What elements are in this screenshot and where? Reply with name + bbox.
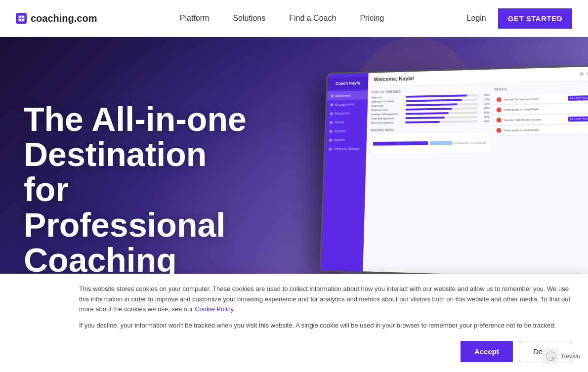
app-sidebar: Coach Kayla Dashboard Engagements Resour… — [321, 73, 368, 272]
task-label-3: Order goals in CoachRight — [504, 128, 588, 132]
logo-text: coaching.com — [31, 13, 97, 24]
bar-track-6 — [405, 121, 478, 124]
bar-row-5: Time Management 55% — [371, 116, 490, 120]
sidebar-dot-clients — [330, 121, 333, 124]
bar-fill-0 — [406, 94, 467, 97]
task-btn-2: FILL OUT THE FORM — [568, 116, 588, 122]
hours-bar-scheduled — [373, 141, 428, 146]
sidebar-dot-engagements — [331, 103, 334, 106]
cookie-main-text: This website stores cookies on your comp… — [79, 284, 572, 315]
nav-links: Platform Solutions Find a Coach Pricing — [180, 14, 384, 23]
task-item-3: Order goals in CoachRight — [494, 124, 588, 135]
nav-solutions[interactable]: Solutions — [233, 14, 265, 22]
header-icon-1 — [580, 72, 584, 76]
app-main-content: Welcome, Kayla! Top 12 Themes — [363, 66, 588, 279]
revain-icon — [543, 348, 559, 364]
sidebar-dot-dashboard — [331, 94, 334, 97]
svg-rect-3 — [19, 19, 21, 21]
bar-track-5 — [405, 116, 478, 119]
laptop-inner: Coach Kayla Dashboard Engagements Resour… — [321, 66, 588, 279]
svg-point-6 — [551, 357, 553, 359]
hours-chart-area: ● Scheduled ● Unscheduled — [370, 133, 490, 153]
task-label-0: Sample Background Form — [504, 97, 566, 101]
bar-track-1 — [406, 99, 478, 102]
bar-fill-2 — [406, 103, 458, 106]
bar-track-2 — [406, 103, 478, 106]
app-welcome-text: Welcome, Kayla! — [374, 76, 414, 83]
task-circle-1 — [497, 107, 502, 112]
logo-link[interactable]: coaching.com — [16, 13, 97, 24]
sidebar-dot-invoices — [330, 130, 333, 133]
bar-track-3 — [406, 107, 478, 110]
revain-label: Revain — [562, 353, 580, 360]
sidebar-dot-resources — [330, 112, 333, 115]
nav-find-a-coach[interactable]: Find a Coach — [289, 14, 336, 22]
bar-fill-1 — [406, 99, 462, 102]
task-btn-0: FILL OUT THE FORM — [568, 95, 588, 101]
hours-legend: ● Scheduled ● Unscheduled — [454, 141, 486, 144]
cookie-buttons: Accept Decline — [79, 341, 572, 362]
hours-panel-title: Hours Info — [371, 126, 490, 132]
sidebar-item-resources: Resources — [327, 108, 368, 118]
app-left-panel: Top 12 Themes Attention 85% — [367, 87, 490, 271]
logo-icon — [16, 13, 27, 24]
nav-platform[interactable]: Platform — [180, 14, 210, 22]
laptop-mockup: Coach Kayla Dashboard Engagements Resour… — [316, 67, 588, 274]
bar-chart: Attention 85% Attention To Detail — [371, 93, 490, 124]
hero-title: The All-in-one Destination for Professio… — [24, 102, 257, 278]
sidebar-dot-settings — [329, 148, 332, 151]
cookie-banner: This website stores cookies on your comp… — [0, 274, 588, 368]
revain-badge: Revain — [543, 348, 580, 364]
app-right-panel: Tasks Filters Sample Background Form FIL… — [493, 84, 588, 274]
task-circle-0 — [497, 97, 502, 102]
laptop-screen: Coach Kayla Dashboard Engagements Resour… — [320, 65, 588, 280]
hours-info-panel: Hours Info ● Scheduled ● Unscheduled — [370, 126, 490, 153]
bar-fill-6 — [405, 121, 440, 124]
tasks-panel-title: Tasks — [494, 87, 507, 91]
cookie-second-text: If you decline, your information won't b… — [79, 321, 572, 331]
hours-bar-unscheduled — [430, 141, 453, 145]
bar-fill-3 — [406, 108, 453, 111]
bar-row-4: Change Management 60% — [371, 111, 490, 116]
nav-pricing[interactable]: Pricing — [360, 14, 384, 22]
chart-panel-title: Top 12 Themes — [372, 87, 490, 94]
cookie-policy-link[interactable]: Cookie Policy — [195, 305, 234, 313]
bar-track-4 — [405, 112, 478, 115]
bar-fill-5 — [405, 117, 445, 119]
sidebar-item-invoices: Invoices — [326, 126, 367, 136]
svg-rect-0 — [18, 15, 25, 22]
svg-rect-4 — [22, 19, 24, 21]
sidebar-item-engagements: Engagements — [327, 99, 368, 109]
task-label-1: Order goals in CoachRight — [504, 107, 588, 111]
task-circle-2 — [497, 118, 502, 123]
task-label-2: Sample Stakeholder Survey — [504, 118, 566, 122]
bar-row-6: Work-Life Balance 48% — [371, 120, 490, 124]
cookie-accept-button[interactable]: Accept — [461, 341, 513, 362]
svg-rect-2 — [22, 16, 24, 18]
task-item-2: Sample Stakeholder Survey FILL OUT THE F… — [494, 114, 588, 124]
bar-track-0 — [406, 94, 478, 98]
sidebar-item-dashboard: Dashboard — [327, 90, 368, 100]
task-item-1: Order goals in CoachRight — [494, 104, 588, 115]
navbar: coaching.com Platform Solutions Find a C… — [0, 0, 588, 37]
svg-rect-1 — [19, 16, 21, 18]
get-started-button[interactable]: GET STARTED — [498, 8, 572, 29]
bar-fill-4 — [405, 112, 448, 115]
login-link[interactable]: Login — [467, 14, 486, 23]
sidebar-item-reports: Reports — [326, 135, 367, 145]
sidebar-dot-reports — [329, 139, 332, 142]
sidebar-logo: Coach Kayla — [328, 77, 369, 89]
task-item-0: Sample Background Form FILL OUT THE FORM — [494, 93, 588, 104]
sidebar-item-clients: Clients — [326, 117, 367, 126]
navbar-actions: Login GET STARTED — [467, 8, 572, 29]
sidebar-item-company-settings: Company Settings — [325, 144, 367, 154]
task-circle-3 — [497, 128, 502, 133]
app-content-area: Top 12 Themes Attention 85% — [363, 81, 588, 279]
tasks-header: Tasks Filters — [494, 84, 588, 93]
